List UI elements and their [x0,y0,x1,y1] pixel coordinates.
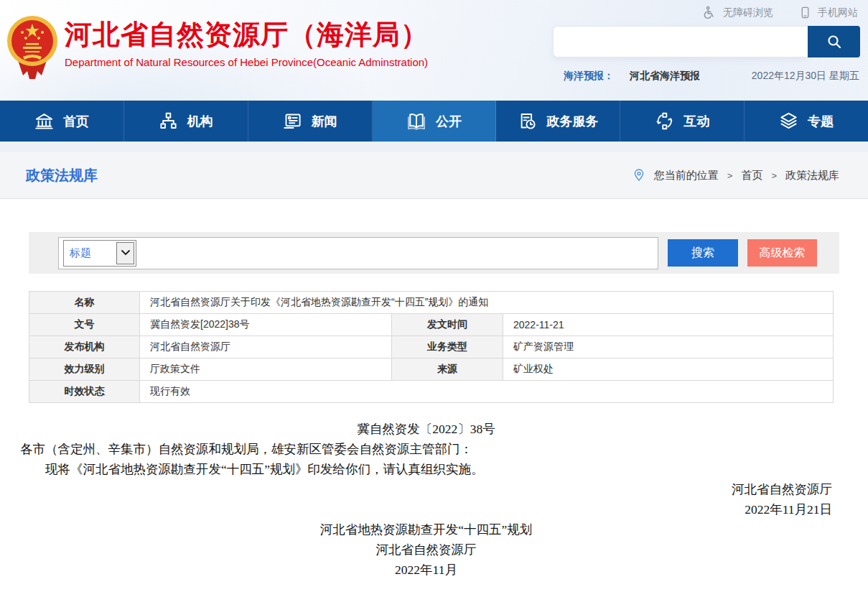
document-content: 冀自然资发〔2022〕38号 各市（含定州、辛集市）自然资源和规划局，雄安新区管… [0,403,868,592]
meta-value-status: 现行有效 [140,381,834,403]
field-select-value: 标题 [64,246,116,260]
doc-number-line: 冀自然资发〔2022〕38号 [20,419,832,439]
nav-item-news[interactable]: 新闻 [248,101,373,142]
meta-label-issuer: 发布机构 [29,336,140,359]
forecast-label: 海洋预报： [564,70,614,83]
doc-body-paragraph: 现将《河北省地热资源勘查开发“十四五”规划》印发给你们，请认真组织实施。 [20,459,832,479]
breadcrumb-band: 政策法规库 您当前的位置 > 首页 > 政策法规库 [0,152,868,199]
breadcrumb-item-current[interactable]: 政策法规库 [785,169,839,182]
breadcrumb-separator: > [727,170,733,181]
table-row: 效力级别 厅政策文件 来源 矿业权处 [29,359,834,381]
breadcrumb-separator: > [771,170,777,181]
document-meta-table: 名称 河北省自然资源厅关于印发《河北省地热资源勘查开发“十四五”规划》的通知 文… [29,291,834,403]
meta-label-issue-date: 发文时间 [392,314,503,336]
mobile-phone-icon [799,6,811,19]
home-icon [34,111,54,131]
meta-label-source: 来源 [392,359,503,381]
nav-label: 公开 [436,113,462,130]
meta-label-status: 时效状态 [29,381,140,403]
accessibility-label: 无障碍浏览 [723,6,773,19]
advanced-search-button[interactable]: 高级检索 [747,239,817,267]
mobile-site-label: 手机网站 [818,6,858,19]
header-search-button[interactable] [808,26,860,57]
services-icon [518,111,537,131]
meta-value-issue-date: 2022-11-21 [503,314,834,336]
meta-label-category: 业务类型 [392,336,503,359]
search-button[interactable]: 搜索 [668,239,738,267]
meta-label-docnum: 文号 [29,314,140,336]
table-row: 发布机构 河北省自然资源厅 业务类型 矿产资源管理 [29,336,834,359]
search-form: 标题 搜索 高级检索 [29,232,839,274]
nav-label: 互动 [683,113,709,130]
nav-item-org[interactable]: 机构 [124,101,248,142]
open-book-icon [406,111,426,131]
breadcrumb-item-home[interactable]: 首页 [741,169,762,182]
divider [0,142,868,152]
nav-item-disclosure[interactable]: 公开 [373,101,497,142]
table-row: 文号 冀自然资发[2022]38号 发文时间 2022-11-21 [29,314,834,336]
nav-label: 新闻 [312,113,337,130]
location-label: 您当前的位置 [654,169,719,182]
current-date: 2022年12月30日 星期五 [752,70,859,83]
meta-value-docnum: 冀自然资发[2022]38号 [140,314,392,336]
nav-item-topics[interactable]: 专题 [745,101,868,142]
table-row: 时效状态 现行有效 [29,381,834,403]
meta-value-category: 矿产资源管理 [503,336,834,359]
nav-item-home[interactable]: 首页 [0,101,124,142]
org-icon [159,111,178,131]
search-field-row: 标题 [58,237,658,269]
news-icon [283,111,302,131]
table-row: 名称 河北省自然资源厅关于印发《河北省地热资源勘查开发“十四五”规划》的通知 [29,292,834,314]
keyword-input[interactable] [136,240,655,267]
national-emblem-logo[interactable] [6,9,59,84]
nav-label: 首页 [63,113,89,130]
mobile-site-link[interactable]: 手机网站 [799,6,858,19]
breadcrumb: 您当前的位置 > 首页 > 政策法规库 [633,168,839,182]
nav-label: 专题 [808,113,834,130]
search-icon [826,33,843,50]
site-subtitle: Department of Natural Resources of Hebei… [65,56,429,68]
meta-value-issuer: 河北省自然资源厅 [140,336,392,359]
accessibility-link[interactable]: 无障碍浏览 [703,6,773,19]
meta-label-name: 名称 [29,292,140,314]
page-title: 政策法规库 [26,166,98,185]
field-select[interactable]: 标题 [63,240,136,267]
nav-label: 机构 [187,113,213,130]
doc-sign-date: 2022年11月21日 [20,499,832,519]
site-title: 河北省自然资源厅（海洋局） [65,19,429,50]
chevron-down-icon[interactable] [116,242,134,264]
attachment-date: 2022年11月 [20,560,832,580]
nav-item-services[interactable]: 政务服务 [496,101,620,142]
nav-item-interaction[interactable]: 互动 [620,101,745,142]
meta-label-level: 效力级别 [29,359,140,381]
header-search [553,26,860,57]
doc-salutation: 各市（含定州、辛集市）自然资源和规划局，雄安新区管委会自然资源主管部门： [20,439,832,459]
meta-value-name: 河北省自然资源厅关于印发《河北省地热资源勘查开发“十四五”规划》的通知 [140,292,834,314]
site-header: 河北省自然资源厅（海洋局） Department of Natural Reso… [0,0,868,101]
meta-value-source: 矿业权处 [503,359,834,381]
doc-signature: 河北省自然资源厅 [20,479,832,499]
nav-label: 政务服务 [546,113,598,130]
topics-icon [779,111,798,131]
forecast-link[interactable]: 河北省海洋预报 [630,70,700,83]
meta-value-level: 厅政策文件 [140,359,392,381]
main-nav: 首页 机构 新闻 公开 政务服 [0,101,868,142]
attachment-title: 河北省地热资源勘查开发“十四五”规划 [20,519,832,540]
interact-icon [655,111,674,131]
wheelchair-icon [703,6,717,19]
attachment-author: 河北省自然资源厅 [20,540,832,560]
location-pin-icon [633,168,645,182]
header-search-input[interactable] [553,26,808,57]
